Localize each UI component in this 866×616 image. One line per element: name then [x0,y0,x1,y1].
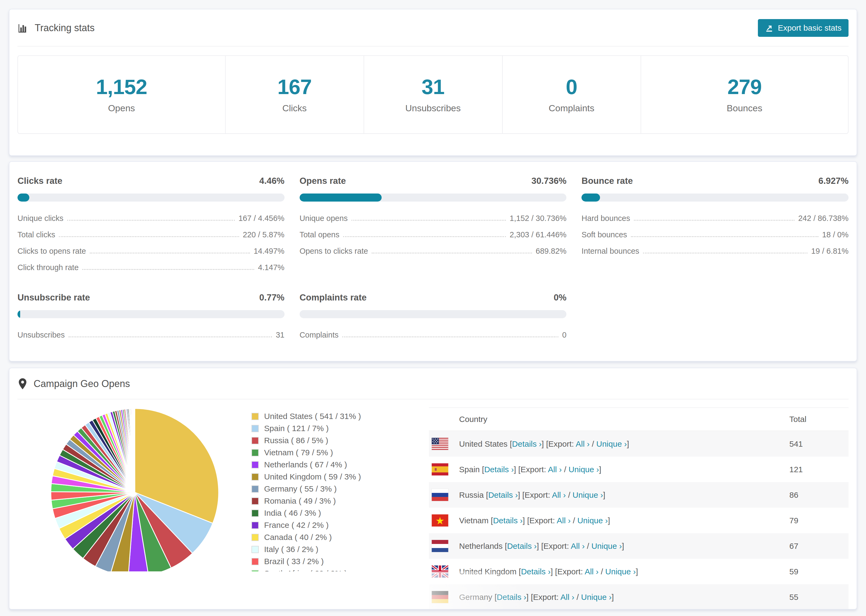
export-icon [765,24,773,32]
stat-row: Unique opens 1,152 / 30.736% [299,210,567,226]
total-cell: 86 [789,490,849,500]
stat-label: Bounces [727,103,762,113]
complaints-rate-title: Complaints rate [299,292,367,303]
tracking-stats-header: Tracking stats Export basic stats [9,9,857,46]
legend-label: Germany ( 55 / 3% ) [264,484,337,493]
total-cell: 55 [789,592,849,602]
column-header-country: Country [459,415,789,424]
stat-row-value: 220 / 5.87% [243,230,285,239]
stat-row: Hard bounces 242 / 86.738% [581,210,849,226]
stat-value: 31 [422,75,444,99]
stat-value: 167 [277,75,312,99]
summary-stat-complaints: 0 Complaints [502,56,641,133]
legend-item[interactable]: Vietnam ( 79 / 5% ) [252,448,429,457]
total-cell: 541 [789,439,849,449]
bounce-rate-section: Bounce rate 6.927% Hard bounces 242 / 86… [581,176,849,276]
country-name: United Kingdom [459,567,516,576]
complaints-rate-section: Complaints rate 0% Complaints 0 [299,292,567,343]
flag-de-icon [431,591,448,603]
export-unique-link[interactable]: Unique › [591,542,622,550]
legend-item[interactable]: Brazil ( 33 / 2% ) [252,557,429,566]
details-link[interactable]: Details › [512,439,542,448]
clicks-rate-value: 4.46% [259,176,285,186]
legend-swatch [252,522,259,529]
dotted-leader [343,236,506,237]
bar-chart-icon [17,22,29,34]
legend-item[interactable]: Germany ( 55 / 3% ) [252,484,429,493]
legend-item[interactable]: Italy ( 36 / 2% ) [252,545,429,554]
dotted-leader [631,236,819,237]
details-link[interactable]: Details › [493,516,523,525]
legend-item[interactable]: South Africa ( 29 / 2% ) [252,569,429,578]
export-unique-link[interactable]: Unique › [578,516,608,525]
stat-label: Complaints [549,103,594,113]
bounce-rate-title: Bounce rate [581,176,633,186]
country-name: Vietnam [459,516,489,525]
opens-rate-progressbar [299,193,567,201]
summary-stat-unsubscribes: 31 Unsubscribes [364,56,502,133]
table-row: United Kingdom [Details ›] [Export: All … [429,559,849,584]
country-cell: Spain [Details ›] [Export: All › / Uniqu… [459,465,789,474]
export-all-link[interactable]: All › [557,516,571,525]
legend-label: United Kingdom ( 59 / 3% ) [264,472,361,481]
export-all-link[interactable]: All › [561,592,575,602]
flag-nl-icon [431,540,448,552]
country-cell: United States [Details ›] [Export: All ›… [459,439,789,449]
export-unique-link[interactable]: Unique › [605,567,636,576]
legend-swatch [252,498,259,505]
details-link[interactable]: Details › [497,592,526,602]
legend-item[interactable]: United Kingdom ( 59 / 3% ) [252,472,429,481]
geo-pie-chart [17,399,241,610]
stat-row-value: 242 / 86.738% [798,214,849,223]
country-cell: Germany [Details ›] [Export: All › / Uni… [459,592,789,602]
legend-swatch [252,413,259,420]
flag-us-icon [431,438,448,450]
country-name: Germany [459,592,492,602]
details-link[interactable]: Details › [488,490,518,499]
legend-item[interactable]: Canada ( 40 / 2% ) [252,533,429,542]
stat-row-value: 14.497% [254,247,285,256]
pie-legend: United States ( 541 / 31% ) Spain ( 121 … [241,399,429,610]
export-unique-link[interactable]: Unique › [573,490,603,499]
stat-row-label: Unsubscribes [17,331,65,339]
details-link[interactable]: Details › [484,465,514,474]
flag-vn-icon [431,514,448,526]
details-link[interactable]: Details › [521,567,551,576]
legend-item[interactable]: United States ( 541 / 31% ) [252,412,429,421]
legend-label: Romania ( 49 / 3% ) [264,497,336,506]
legend-item[interactable]: Spain ( 121 / 7% ) [252,424,429,433]
legend-item[interactable]: Netherlands ( 67 / 4% ) [252,460,429,469]
export-all-link[interactable]: All › [571,542,585,550]
export-all-link[interactable]: All › [576,439,590,448]
export-all-link[interactable]: All › [585,567,599,576]
table-row: Germany [Details ›] [Export: All › / Uni… [429,584,849,610]
export-unique-link[interactable]: Unique › [568,465,599,474]
dotted-leader [372,253,532,253]
country-name: Netherlands [459,542,503,550]
legend-swatch [252,461,259,468]
legend-label: India ( 46 / 3% ) [264,509,321,518]
legend-label: Russia ( 86 / 5% ) [264,436,328,445]
geo-header: Campaign Geo Opens [9,368,857,399]
campaign-geo-opens-card: Campaign Geo Opens United States ( 541 /… [9,368,857,610]
dotted-leader [342,336,558,337]
legend-item[interactable]: France ( 42 / 2% ) [252,520,429,530]
export-unique-link[interactable]: Unique › [581,592,612,602]
clicks-rate-progressbar [17,193,285,201]
stat-label: Unsubscribes [405,103,461,113]
legend-item[interactable]: Russia ( 86 / 5% ) [252,436,429,445]
dotted-leader [643,253,808,253]
clicks-rate-title: Clicks rate [17,176,62,186]
dotted-leader [59,236,239,237]
legend-item[interactable]: Romania ( 49 / 3% ) [252,497,429,506]
export-all-link[interactable]: All › [552,490,566,499]
stat-row: Clicks to opens rate 14.497% [17,243,285,259]
export-unique-link[interactable]: Unique › [596,439,627,448]
geo-table-header: Country Total [429,407,849,431]
geo-table: Country Total United States [Details ›] … [429,407,849,610]
legend-item[interactable]: India ( 46 / 3% ) [252,509,429,518]
legend-swatch [252,570,259,577]
export-basic-stats-button[interactable]: Export basic stats [758,19,849,37]
details-link[interactable]: Details › [507,542,537,550]
export-all-link[interactable]: All › [548,465,562,474]
